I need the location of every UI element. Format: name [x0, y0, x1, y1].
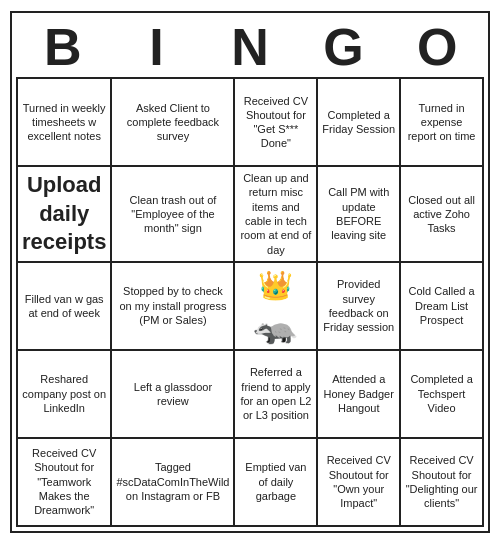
cell-text-7: Clean up and return misc items and cable… — [239, 171, 312, 257]
bingo-cell-16[interactable]: Left a glassdoor review — [112, 351, 235, 439]
cell-text-21: Tagged #scDataComInTheWild on Instagram … — [116, 460, 229, 503]
cell-text-19: Completed a Techspert Video — [405, 372, 478, 415]
bingo-cell-22[interactable]: Emptied van of daily garbage — [235, 439, 318, 527]
cell-text-5: Upload daily receipts — [22, 171, 106, 257]
bingo-cell-4[interactable]: Turned in expense report on time — [401, 79, 484, 167]
cell-text-3: Completed a Friday Session — [322, 108, 395, 137]
bingo-cell-9[interactable]: Closed out all active Zoho Tasks — [401, 167, 484, 263]
cell-text-22: Emptied van of daily garbage — [239, 460, 312, 503]
cell-text-1: Asked Client to complete feedback survey — [116, 101, 229, 144]
cell-text-17: Referred a friend to apply for an open L… — [239, 365, 312, 422]
bingo-cell-6[interactable]: Clean trash out of "Employee of the mont… — [112, 167, 235, 263]
cell-text-9: Closed out all active Zoho Tasks — [405, 193, 478, 236]
cell-text-11: Stopped by to check on my install progre… — [116, 284, 229, 327]
bingo-header: BINGO — [16, 17, 484, 77]
cell-text-14: Cold Called a Dream List Prospect — [405, 284, 478, 327]
bingo-letter-n: N — [206, 21, 294, 73]
cell-text-23: Received CV Shoutout for "Own your Impac… — [322, 453, 395, 510]
bingo-cell-7[interactable]: Clean up and return misc items and cable… — [235, 167, 318, 263]
bingo-cell-0[interactable]: Turned in weekly timesheets w excellent … — [18, 79, 112, 167]
bingo-cell-10[interactable]: Filled van w gas at end of week — [18, 263, 112, 351]
bingo-cell-1[interactable]: Asked Client to complete feedback survey — [112, 79, 235, 167]
bingo-cell-18[interactable]: Attended a Honey Badger Hangout — [318, 351, 401, 439]
cell-text-8: Call PM with update BEFORE leaving site — [322, 185, 395, 242]
bingo-cell-24[interactable]: Received CV Shoutout for "Delighting our… — [401, 439, 484, 527]
cell-text-2: Received CV Shoutout for "Get S*** Done" — [239, 94, 312, 151]
bingo-cell-21[interactable]: Tagged #scDataComInTheWild on Instagram … — [112, 439, 235, 527]
badger-icon: 🦡 — [253, 308, 298, 344]
bingo-cell-23[interactable]: Received CV Shoutout for "Own your Impac… — [318, 439, 401, 527]
cell-text-13: Provided survey feedback on Friday sessi… — [322, 277, 395, 334]
bingo-cell-2[interactable]: Received CV Shoutout for "Get S*** Done" — [235, 79, 318, 167]
cell-text-4: Turned in expense report on time — [405, 101, 478, 144]
bingo-cell-3[interactable]: Completed a Friday Session — [318, 79, 401, 167]
cell-text-16: Left a glassdoor review — [116, 380, 229, 409]
bingo-cell-14[interactable]: Cold Called a Dream List Prospect — [401, 263, 484, 351]
crown-icon: 👑 — [258, 268, 293, 304]
cell-text-6: Clean trash out of "Employee of the mont… — [116, 193, 229, 236]
bingo-grid: Turned in weekly timesheets w excellent … — [16, 77, 484, 527]
bingo-letter-b: B — [19, 21, 107, 73]
bingo-cell-17[interactable]: Referred a friend to apply for an open L… — [235, 351, 318, 439]
bingo-cell-19[interactable]: Completed a Techspert Video — [401, 351, 484, 439]
cell-text-0: Turned in weekly timesheets w excellent … — [22, 101, 106, 144]
bingo-cell-15[interactable]: Reshared company post on LinkedIn — [18, 351, 112, 439]
bingo-cell-20[interactable]: Received CV Shoutout for "Teamwork Makes… — [18, 439, 112, 527]
bingo-letter-g: G — [300, 21, 388, 73]
bingo-cell-13[interactable]: Provided survey feedback on Friday sessi… — [318, 263, 401, 351]
cell-text-24: Received CV Shoutout for "Delighting our… — [405, 453, 478, 510]
bingo-cell-11[interactable]: Stopped by to check on my install progre… — [112, 263, 235, 351]
bingo-letter-o: O — [393, 21, 481, 73]
cell-text-18: Attended a Honey Badger Hangout — [322, 372, 395, 415]
bingo-card: BINGO Turned in weekly timesheets w exce… — [10, 11, 490, 533]
bingo-cell-5[interactable]: Upload daily receipts — [18, 167, 112, 263]
bingo-cell-12[interactable]: 👑🦡 — [235, 263, 318, 351]
bingo-cell-8[interactable]: Call PM with update BEFORE leaving site — [318, 167, 401, 263]
cell-text-10: Filled van w gas at end of week — [22, 292, 106, 321]
cell-text-15: Reshared company post on LinkedIn — [22, 372, 106, 415]
cell-text-20: Received CV Shoutout for "Teamwork Makes… — [22, 446, 106, 517]
bingo-letter-i: I — [112, 21, 200, 73]
